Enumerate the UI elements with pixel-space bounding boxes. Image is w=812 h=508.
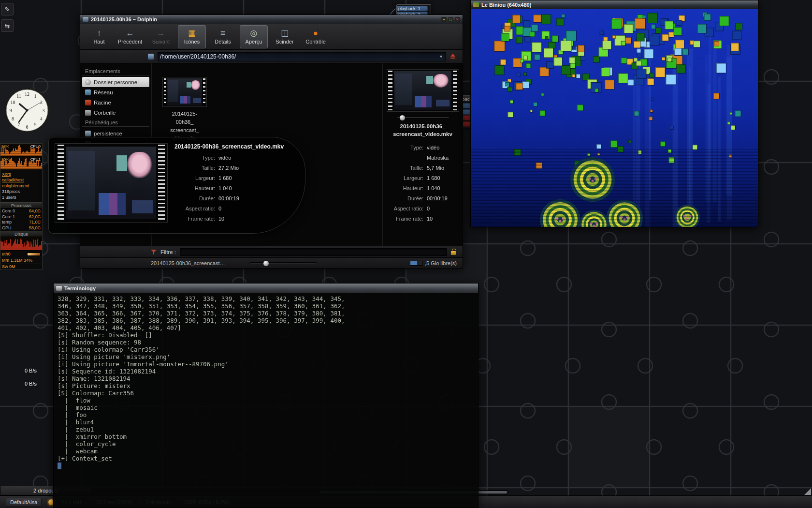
thumb-region [415,96,432,107]
file-item[interactable]: 20140125-00h36_screencast_video.mkv [157,77,213,143]
eject-icon[interactable] [450,54,456,59]
terminal-line: 382, 383, 385, 386, 387, 388, 389, 390, … [58,317,474,324]
sidebar-item-r-seau[interactable]: Réseau [82,87,149,97]
info-row: Taille:27,2 Mio [174,163,299,173]
thumb-region [187,82,191,88]
network-icon [85,90,91,95]
net-rate-label: 0 B/s [13,381,37,387]
left-arrow-icon: ← [126,29,134,38]
dolphin-information-panel: 20140125-00h36_ screencast_video.mkv Typ… [382,63,463,246]
sensor-row-core-1: Core 162,0C [0,214,42,220]
info-row: Type:vidéo [174,153,299,163]
terminology-title: Terminology [64,285,96,291]
toolbar-button-label: Précédent [118,39,142,45]
toolbar-button-haut[interactable]: ↑Haut [85,25,113,48]
process-stat: 316procs [2,189,41,194]
toolbar-button-d-tails[interactable]: ≡Détails [209,25,237,48]
terminal-line: [i] Using picture 'Immortal-monster--897… [58,360,474,368]
dolphin-location-row: ▾ [80,50,463,63]
sidebar-item-corbeille[interactable]: Corbeille [82,107,149,118]
tooltip-rows: Type:vidéoTaille:27,2 MioLargeur:1 680Ha… [174,153,299,224]
thumb-region [180,96,190,104]
toolbar-button-suivant[interactable]: →Suivant [147,25,175,48]
location-bar[interactable]: ▾ [158,52,446,61]
dolphin-toolbar: ↑Haut←Précédent→Suivant▦Icônes≡Détails◎A… [80,24,463,50]
process-link-calladkhost[interactable]: calladkhost [2,177,41,183]
gadget-pencil[interactable]: ✎ [1,3,14,15]
toolbar-button-label: Haut [93,39,104,45]
slider-knob[interactable] [263,261,269,266]
file-manager-icon [83,17,88,22]
cpu1-percent: 85% [1,157,9,162]
info-row: Hauteur:1 040 [383,183,463,194]
info-label: Taille: [383,163,423,173]
port-playback-1[interactable]: playback_1 [397,6,428,11]
sidebar-item-label: Réseau [94,90,113,95]
sensor-row-core-0: Core 064,0C [0,209,42,214]
location-input[interactable] [160,53,438,60]
root-folder-icon [85,100,91,105]
svg-text:8: 8 [12,116,14,121]
film-sprockets [453,71,457,110]
close-button[interactable]: × [455,17,460,22]
rating-slider[interactable] [396,117,450,119]
lebiniou-titlebar[interactable]: Le Biniou (640x480) [471,0,758,9]
cpu1-label: CPU1 [30,157,41,162]
info-value: vidéo [218,153,231,163]
icon-size-slider[interactable] [249,262,317,264]
terminal-line: | color_cycle [58,440,474,448]
info-value: 1 680 [218,173,232,183]
info-row: Aspect ratio:0 [383,204,463,214]
process-link-xorg[interactable]: Xorg [2,171,41,177]
sensor-value: 62,0C [29,214,41,220]
terminal-line: [S] Shuffler: Disabled= [] [58,331,474,339]
info-row: Durée:00:00:19 [174,194,299,204]
memory-row: Mm 1.31M 34% [0,257,42,263]
location-dropdown-arrow[interactable]: ▾ [438,54,444,59]
visualization-canvas[interactable] [471,9,758,227]
process-link-enlightenment[interactable]: enlightenment [2,183,41,189]
terminal-content[interactable]: 328, 329, 331, 332, 333, 334, 336, 337, … [54,293,478,508]
filter-input[interactable] [180,248,447,256]
toolbar-button-aper-u[interactable]: ◎Aperçu [240,25,268,48]
terminal-line: 401, 402, 403, 404, 405, 406, 407] [58,324,474,331]
toolbar-button-scinder[interactable]: ◫Scinder [271,25,299,48]
info-label: Taille: [174,163,215,173]
toolbar-button-label: Détails [215,39,231,45]
slider-knob[interactable] [400,115,405,120]
jack-driver-button[interactable]: DefaultAlsa [6,498,42,507]
terminal-line: | blur4 [58,418,474,426]
dolphin-titlebar[interactable]: 20140125-00h36 – Dolphin − □ × [80,15,463,24]
gadget-arrows[interactable]: ⇆ [1,19,14,32]
lock-icon[interactable] [451,251,456,255]
info-label: Durée: [383,194,423,204]
tooltip-thumbnail [55,143,168,223]
toolbar-button-ic-nes[interactable]: ▦Icônes [178,25,206,48]
terminal-line: [s] Name: 1321082194 [58,375,474,382]
info-label: Type: [383,143,423,153]
sensor-label: GPU [2,225,12,231]
split-view-icon: ◫ [281,29,289,38]
toolbar-button-pr-c-dent[interactable]: ←Précédent [116,25,144,48]
video-thumbnail-image [394,71,451,109]
minimize-button[interactable]: − [441,17,447,22]
sidebar-item-racine[interactable]: Racine [82,97,149,107]
svg-text:6: 6 [26,124,29,130]
toolbar-button-contr-le[interactable]: ●Contrôle [302,25,330,48]
thumb-region [395,74,413,105]
film-sprockets [58,145,64,221]
terminology-titlebar[interactable]: Terminology [54,284,478,293]
resize-grip[interactable] [804,488,811,495]
free-space-bar [410,261,422,266]
file-name-line: 20140125- [157,110,213,118]
info-row: Type:vidéo [383,143,463,153]
process-list: Xorgcalladkhostenlightenment316procs1 us… [0,170,42,202]
sidebar-item-dossier-personnel[interactable]: Dossier personnel [82,77,149,87]
info-label: Frame rate: [383,214,423,224]
maximize-button[interactable]: □ [448,17,453,22]
control-gear-icon: ● [313,29,318,38]
svg-text:3: 3 [43,108,45,113]
cpu0-chart: 88% CPU0 [0,144,42,157]
terminal-line: [i] Using picture 'misterx.png' [58,353,474,360]
system-monitor: 88% CPU0 85% CPU1 Xorgcalladkhostenlight… [0,143,43,270]
